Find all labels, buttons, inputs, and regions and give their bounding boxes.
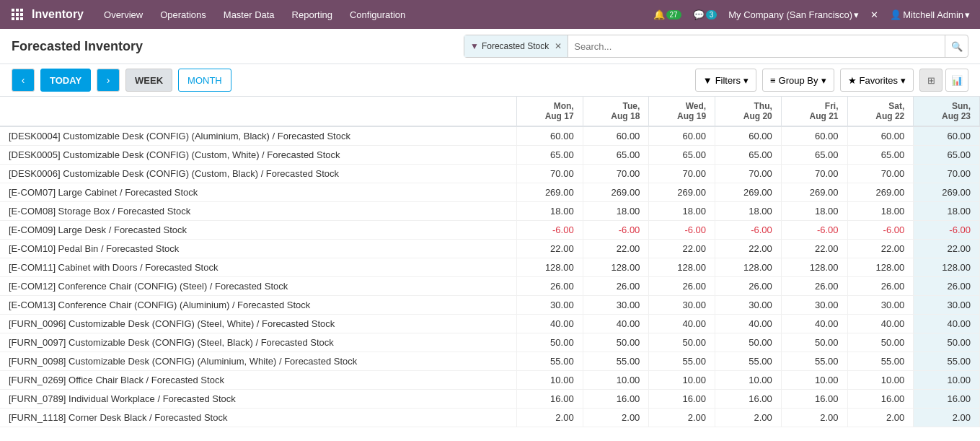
col-wed: Wed, Aug 19 [649, 97, 715, 126]
cell-wed: 65.00 [649, 146, 715, 165]
svg-rect-7 [16, 17, 19, 20]
cell-sun: 40.00 [914, 315, 980, 333]
chat-icon[interactable]: 💬 3 [689, 0, 722, 29]
table-row[interactable]: [FURN_1118] Corner Desk Black / Forecast… [0, 409, 980, 427]
apps-grid-icon[interactable] [6, 0, 29, 29]
cell-tue: 18.00 [583, 202, 649, 221]
table-row[interactable]: [DESK0005] Customizable Desk (CONFIG) (C… [0, 146, 980, 165]
nav-reporting[interactable]: Reporting [283, 0, 341, 29]
next-btn[interactable]: › [97, 69, 120, 92]
cell-wed: 40.00 [649, 315, 715, 333]
cell-mon: 2.00 [516, 409, 583, 427]
table-header-row: Mon, Aug 17 Tue, Aug 18 Wed, Aug 19 Thu,… [0, 97, 980, 126]
cell-fri: 55.00 [781, 352, 847, 371]
table-row[interactable]: [E-COM13] Conference Chair (CONFIG) (Alu… [0, 296, 980, 315]
svg-rect-3 [12, 13, 14, 16]
svg-rect-2 [20, 9, 23, 12]
cell-sat: 70.00 [847, 165, 914, 183]
notification-bell[interactable]: 🔔 27 [649, 0, 686, 29]
today-button[interactable]: TODAY [40, 69, 91, 92]
prev-btn[interactable]: ‹ [12, 69, 35, 92]
filters-btn[interactable]: ▼ Filters ▾ [695, 69, 756, 92]
chart-view-icon[interactable]: 📊 [945, 69, 968, 92]
cell-wed: 30.00 [649, 296, 715, 315]
filter-tag[interactable]: ▼ Forecasted Stock ✕ [464, 35, 568, 57]
cell-sat: 269.00 [847, 183, 914, 202]
cell-wed: 128.00 [649, 258, 715, 277]
cell-thu: 269.00 [715, 183, 782, 202]
col-thu: Thu, Aug 20 [715, 97, 782, 126]
table-row[interactable]: [E-COM12] Conference Chair (CONFIG) (Ste… [0, 277, 980, 296]
grid-view-icon[interactable]: ⊞ [919, 69, 943, 92]
filter-tag-close[interactable]: ✕ [555, 41, 562, 51]
cell-fri: 60.00 [781, 126, 847, 146]
col-tue: Tue, Aug 18 [583, 97, 649, 126]
cell-tue: 60.00 [583, 126, 649, 146]
cell-thu: 26.00 [715, 277, 782, 296]
table-row[interactable]: [DESK0006] Customizable Desk (CONFIG) (C… [0, 165, 980, 183]
cell-sat: -6.00 [847, 221, 914, 240]
cell-fri: 269.00 [781, 183, 847, 202]
cell-thu: 22.00 [715, 240, 782, 258]
svg-rect-0 [12, 9, 14, 12]
cell-thu: 10.00 [715, 371, 782, 390]
group-by-btn[interactable]: ≡ Group By ▾ [762, 69, 834, 92]
cell-sun: 2.00 [914, 409, 980, 427]
search-bar: Forecasted Inventory ▼ Forecasted Stock … [0, 29, 980, 64]
nav-overview[interactable]: Overview [95, 0, 151, 29]
cell-wed: 60.00 [649, 126, 715, 146]
table-row[interactable]: [FURN_0098] Customizable Desk (CONFIG) (… [0, 352, 980, 371]
forecasted-table: Mon, Aug 17 Tue, Aug 18 Wed, Aug 19 Thu,… [0, 97, 980, 427]
cell-tue: 55.00 [583, 352, 649, 371]
cell-thu: 30.00 [715, 296, 782, 315]
table-row[interactable]: [E-COM09] Large Desk / Forecasted Stock-… [0, 221, 980, 240]
app-brand[interactable]: Inventory [29, 8, 95, 21]
svg-rect-6 [12, 17, 14, 20]
page-title: Forecasted Inventory [12, 39, 143, 54]
table-row[interactable]: [FURN_0269] Office Chair Black / Forecas… [0, 371, 980, 390]
cell-fri: 65.00 [781, 146, 847, 165]
table-row[interactable]: [FURN_0097] Customizable Desk (CONFIG) (… [0, 333, 980, 352]
cell-sun: -6.00 [914, 221, 980, 240]
close-icon[interactable]: ✕ [866, 0, 883, 29]
cell-product: [FURN_0098] Customizable Desk (CONFIG) (… [0, 352, 516, 371]
nav-operations[interactable]: Operations [151, 0, 215, 29]
cell-product: [E-COM12] Conference Chair (CONFIG) (Ste… [0, 277, 516, 296]
cell-thu: 50.00 [715, 333, 782, 352]
table-row[interactable]: [FURN_0789] Individual Workplace / Forec… [0, 390, 980, 409]
cell-fri: 26.00 [781, 277, 847, 296]
nav-master-data[interactable]: Master Data [215, 0, 283, 29]
table-row[interactable]: [E-COM11] Cabinet with Doors / Forecaste… [0, 258, 980, 277]
month-view-btn[interactable]: MONTH [178, 69, 231, 92]
nav-configuration[interactable]: Configuration [341, 0, 414, 29]
cell-fri: -6.00 [781, 221, 847, 240]
cell-sat: 65.00 [847, 146, 914, 165]
cell-sat: 10.00 [847, 371, 914, 390]
cell-thu: 2.00 [715, 409, 782, 427]
cell-wed: 26.00 [649, 277, 715, 296]
search-button[interactable]: 🔍 [945, 35, 968, 58]
user-avatar[interactable]: 👤 Mitchell Admin ▾ [886, 0, 974, 29]
week-view-btn[interactable]: WEEK [125, 69, 172, 92]
cell-wed: 16.00 [649, 390, 715, 409]
cell-sun: 70.00 [914, 165, 980, 183]
cell-mon: 26.00 [516, 277, 583, 296]
navbar-right: 🔔 27 💬 3 My Company (San Francisco) ▾ ✕ … [649, 0, 974, 29]
svg-rect-1 [16, 9, 19, 12]
table-row[interactable]: [E-COM10] Pedal Bin / Forecasted Stock22… [0, 240, 980, 258]
cell-mon: -6.00 [516, 221, 583, 240]
table-row[interactable]: [FURN_0096] Customizable Desk (CONFIG) (… [0, 315, 980, 333]
table-row[interactable]: [E-COM07] Large Cabinet / Forecasted Sto… [0, 183, 980, 202]
company-selector[interactable]: My Company (San Francisco) ▾ [724, 0, 863, 29]
favorites-btn[interactable]: ★ Favorites ▾ [840, 69, 914, 92]
cell-mon: 65.00 [516, 146, 583, 165]
cell-fri: 22.00 [781, 240, 847, 258]
cell-product: [E-COM09] Large Desk / Forecasted Stock [0, 221, 516, 240]
table-row[interactable]: [E-COM08] Storage Box / Forecasted Stock… [0, 202, 980, 221]
table-row[interactable]: [DESK0004] Customizable Desk (CONFIG) (A… [0, 126, 980, 146]
search-input[interactable] [568, 41, 945, 52]
cell-sat: 26.00 [847, 277, 914, 296]
cell-tue: 40.00 [583, 315, 649, 333]
cell-sat: 16.00 [847, 390, 914, 409]
cell-wed: 18.00 [649, 202, 715, 221]
